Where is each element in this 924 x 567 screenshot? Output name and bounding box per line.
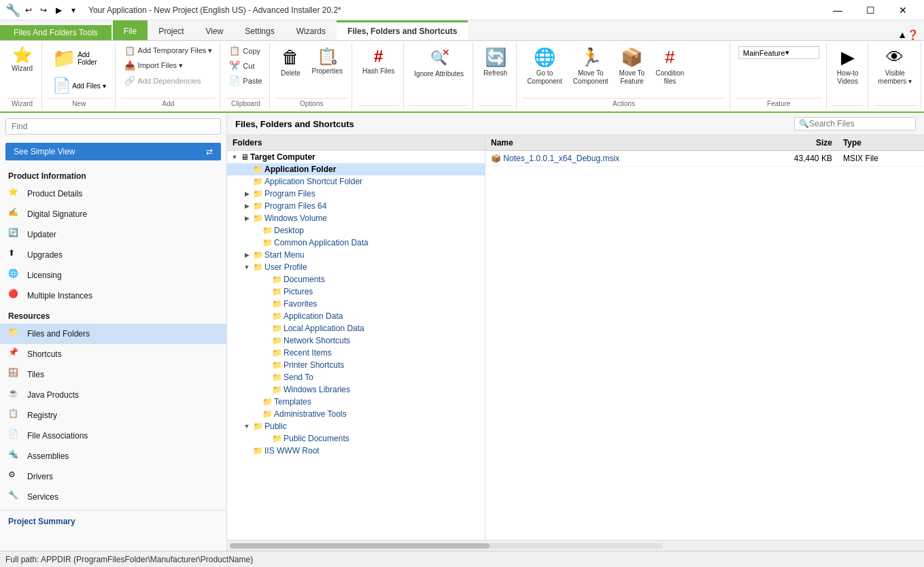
tree-item-programfiles[interactable]: ▶ 📁 Program Files	[227, 188, 485, 200]
sidebar-item-licensing[interactable]: 🌐 Licensing	[0, 265, 226, 286]
howto-content: ▶ How-toVideos	[832, 44, 863, 105]
tree-item-public[interactable]: ▼ 📁 Public	[227, 420, 485, 432]
tree-item-winvol[interactable]: ▶ 📁 Windows Volume	[227, 212, 485, 224]
sidebar-item-files-folders[interactable]: 📁 Files and Folders	[0, 324, 226, 344]
qa-dropdown-btn[interactable]: ▾	[67, 3, 80, 17]
tree-item-recentitems[interactable]: ▶ 📁 Recent Items	[227, 347, 485, 359]
visible-members-btn[interactable]: 👁 Visiblemembers ▾	[874, 44, 917, 89]
tree-item-documents[interactable]: ▶ 📁 Documents	[227, 273, 485, 286]
files-table: Name Size Type 📦 Notes_1.0.0.1_x64_Debug…	[485, 135, 924, 167]
tree-item-startmenu[interactable]: ▶ 📁 Start Menu	[227, 249, 485, 261]
table-row[interactable]: 📦 Notes_1.0.0.1_x64_Debug.msix 43,440 KB…	[485, 151, 924, 167]
tree-arrow-target[interactable]: ▼	[230, 154, 239, 160]
add-files-btn[interactable]: 📄 Add Files ▾	[48, 73, 110, 98]
sidebar-item-project-summary[interactable]: Project Summary	[0, 513, 226, 530]
sidebar-item-drivers[interactable]: ⚙ Drivers	[0, 466, 226, 487]
tree-item-appshortcut[interactable]: ▶ 📁 Application Shortcut Folder	[227, 175, 485, 188]
sidebar-item-upgrades[interactable]: ⬆ Upgrades	[0, 245, 226, 265]
refresh-label: Refresh	[483, 69, 507, 78]
tree-arrow-pf[interactable]: ▶	[242, 190, 252, 197]
sidebar-item-registry[interactable]: 📋 Registry	[0, 405, 226, 426]
tree-arrow-pub[interactable]: ▼	[242, 423, 252, 430]
tree-item-iiswww[interactable]: ▶ 📁 IIS WWW Root	[227, 445, 485, 457]
qa-redo-btn[interactable]: ↪	[37, 3, 50, 17]
horizontal-scrollbar[interactable]	[230, 543, 663, 549]
sidebar-item-tiles[interactable]: 🪟 Tiles	[0, 364, 226, 385]
move-feature-label: Move ToFeature	[619, 69, 645, 86]
tree-item-admintools[interactable]: ▶ 📁 Administrative Tools	[227, 408, 485, 420]
tree-item-appfolder[interactable]: ▶ 📁 Application Folder	[227, 163, 485, 175]
tree-item-pf64[interactable]: ▶ 📁 Program Files 64	[227, 200, 485, 212]
minimize-btn[interactable]: —	[822, 0, 853, 20]
ribbon-collapse-btn[interactable]: ▲	[897, 29, 907, 40]
tree-item-winlibs[interactable]: ▶ 📁 Windows Libraries	[227, 383, 485, 396]
tree-item-userprofile[interactable]: ▼ 📁 User Profile	[227, 261, 485, 273]
sidebar-item-java-products[interactable]: ☕ Java Products	[0, 385, 226, 405]
tree-item-favorites[interactable]: ▶ 📁 Favorites	[227, 298, 485, 310]
tree-item-appdata[interactable]: ▶ 📁 Application Data	[227, 310, 485, 322]
tree-arrow-appfolder[interactable]: ▶	[242, 166, 252, 173]
sidebar-item-file-associations[interactable]: 📄 File Associations	[0, 426, 226, 446]
tree-item-printershortcuts[interactable]: ▶ 📁 Printer Shortcuts	[227, 359, 485, 371]
wizard-btn[interactable]: ⭐ Wizard	[7, 44, 37, 76]
search-files-input[interactable]	[809, 119, 911, 128]
tree-item-target[interactable]: ▼ 🖥 Target Computer	[227, 151, 485, 163]
delete-label: Delete	[281, 69, 301, 78]
sidebar-item-updater[interactable]: 🔄 Updater	[0, 224, 226, 245]
tab-project[interactable]: Project	[148, 20, 194, 40]
help-btn[interactable]: ❓	[907, 29, 919, 40]
move-to-feature-btn[interactable]: 📦 Move ToFeature	[615, 44, 650, 89]
hash-files-btn[interactable]: # Hash Files	[358, 44, 399, 79]
feature-dropdown[interactable]: MainFeature ▾	[738, 46, 819, 59]
tree-arrow-pf64[interactable]: ▶	[242, 203, 252, 209]
tree-item-templates[interactable]: ▶ 📁 Templates	[227, 396, 485, 408]
cut-btn[interactable]: ✂️ Cut	[226, 58, 265, 73]
close-btn[interactable]: ✕	[887, 0, 919, 20]
sidebar-item-product-details[interactable]: ⭐ Product Details	[0, 184, 226, 204]
tree-item-desktop[interactable]: ▶ 📁 Desktop	[227, 224, 485, 237]
tab-settings[interactable]: Settings	[234, 20, 285, 40]
file-assoc-icon: 📄	[8, 429, 22, 443]
delete-btn[interactable]: 🗑 Delete	[275, 44, 305, 81]
tree-item-pictures[interactable]: ▶ 📁 Pictures	[227, 286, 485, 298]
add-deps-btn[interactable]: 🔗 Add Dependencies	[121, 73, 216, 88]
tab-wizards[interactable]: Wizards	[286, 20, 337, 40]
tree-item-commonappdata[interactable]: ▶ 📁 Common Application Data	[227, 237, 485, 249]
tree-item-networkshortcuts[interactable]: ▶ 📁 Network Shortcuts	[227, 334, 485, 347]
see-simple-view-btn[interactable]: See Simple View ⇄	[5, 143, 221, 160]
tree-arrow-sm[interactable]: ▶	[242, 252, 252, 258]
tree-item-sendto[interactable]: ▶ 📁 Send To	[227, 371, 485, 383]
sidebar-item-shortcuts[interactable]: 📌 Shortcuts	[0, 344, 226, 364]
sidebar-item-digital-signature[interactable]: ✍ Digital Signature	[0, 204, 226, 224]
sidebar-item-multiple-instances[interactable]: 🔴 Multiple Instances	[0, 286, 226, 306]
properties-btn[interactable]: 📋 ⚙ Properties	[307, 44, 347, 79]
tree-item-localappdata[interactable]: ▶ 📁 Local Application Data	[227, 322, 485, 334]
tab-view[interactable]: View	[195, 20, 235, 40]
tree-arrow-ns: ▶	[261, 337, 271, 344]
refresh-icon: 🔄	[485, 47, 507, 68]
import-files-btn[interactable]: 📥 Import Files ▾	[121, 58, 216, 73]
tab-file[interactable]: File	[113, 20, 148, 40]
tree-item-publicdocs[interactable]: ▶ 📁 Public Documents	[227, 432, 485, 445]
howto-videos-btn[interactable]: ▶ How-toVideos	[832, 44, 863, 89]
sidebar-search-input[interactable]	[5, 118, 221, 135]
tab-files-folders[interactable]: Files, Folders and Shortcuts	[337, 20, 468, 40]
goto-component-btn[interactable]: 🌐 Go toComponent	[522, 44, 567, 89]
condition-files-btn[interactable]: # Conditionfiles	[651, 44, 689, 89]
add-folder-btn[interactable]: 📁 Add Folder	[48, 44, 110, 73]
qa-run-btn[interactable]: ▶	[52, 3, 65, 17]
tree-arrow-up[interactable]: ▼	[242, 264, 252, 271]
add-temp-files-btn[interactable]: 📋 Add Temporary Files ▾	[121, 44, 216, 58]
ignore-attrs-btn[interactable]: 🔍 ✕ Ignore Attributes	[409, 44, 468, 82]
sidebar-item-assemblies[interactable]: 🔩 Assemblies	[0, 446, 226, 466]
sidebar-item-services[interactable]: 🔧 Services	[0, 487, 226, 507]
refresh-btn[interactable]: 🔄 Refresh	[479, 44, 512, 81]
wl-label: Windows Libraries	[284, 385, 350, 394]
multi-instances-label: Multiple Instances	[27, 291, 92, 300]
maximize-btn[interactable]: ☐	[855, 0, 886, 20]
tree-arrow-winvol[interactable]: ▶	[242, 215, 252, 222]
paste-btn[interactable]: 📄 Paste	[226, 73, 265, 88]
move-to-component-btn[interactable]: 🏃 Move ToComponent	[568, 44, 613, 89]
copy-btn[interactable]: 📋 Copy	[226, 44, 265, 58]
qa-undo-btn[interactable]: ↩	[22, 3, 35, 17]
